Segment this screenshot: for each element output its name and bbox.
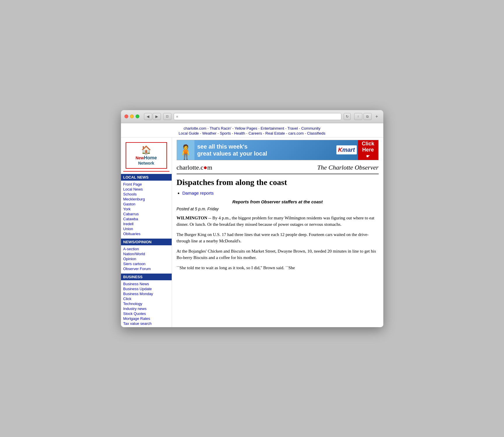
share-button[interactable]: ↑	[354, 113, 362, 120]
logo-text-network: Network	[138, 161, 154, 165]
sidebar-link-opinion[interactable]: Opinion	[121, 256, 172, 261]
sidebar-link-mecklenburg[interactable]: Mecklenburg	[121, 197, 172, 202]
sidebar-link-stock-quotes[interactable]: Stock Quotes	[121, 311, 172, 316]
sidebar-link-local-news[interactable]: Local News	[121, 187, 172, 192]
nav-link-cars[interactable]: cars.com	[288, 131, 304, 135]
tabs-button[interactable]: ⧉	[363, 113, 372, 120]
address-bar[interactable]: ≡	[174, 113, 341, 120]
sidebar-link-industry-news[interactable]: Industry news	[121, 306, 172, 311]
charlotte-observer-title: The Charlotte Observer	[317, 164, 378, 171]
forward-icon: ▶	[155, 114, 158, 119]
nav-link-community[interactable]: Community	[301, 126, 320, 131]
section-header-news-opinion: NEWS/OPINION	[121, 239, 172, 245]
kmart-logo: Kmart	[336, 145, 357, 154]
separator: -	[200, 131, 202, 135]
sidebar-link-nation-world[interactable]: Nation/World	[121, 251, 172, 256]
toolbar-buttons: ↑ ⧉	[354, 113, 372, 120]
logo-text-home: Home	[144, 155, 157, 160]
kmart-k: K	[338, 147, 342, 153]
article-link-list: Damage reports	[182, 191, 379, 196]
site-branding: charlotte.c●m The Charlotte Observer	[177, 163, 379, 174]
sidebar-link-observer-forum[interactable]: Observer Forum	[121, 266, 172, 271]
section-header-business: BUSINESS	[121, 274, 172, 280]
minimize-button[interactable]	[130, 114, 134, 118]
separator: -	[207, 126, 210, 131]
article-paragraph-1: WILMINGTON -- By 4 p.m., the biggest pro…	[177, 215, 379, 228]
tab-icon: ⊡	[166, 114, 168, 118]
logo-box: 🏠 NewHome Network	[126, 142, 167, 169]
nav-link-entertainment[interactable]: Entertainment	[261, 126, 284, 131]
tab-overview-button[interactable]: ⊡	[163, 113, 171, 120]
nav-link-careers[interactable]: Careers	[248, 131, 262, 135]
back-button[interactable]: ◀	[144, 113, 152, 120]
article-body: WILMINGTON -- By 4 p.m., the biggest pro…	[177, 215, 379, 271]
top-nav-line1: charlotte.com - That's Racin' - Yellow P…	[121, 126, 383, 131]
nav-link-charlotte[interactable]: charlotte.com	[184, 126, 206, 131]
sidebar-link-business-news[interactable]: Business News	[121, 281, 172, 286]
sidebar-link-business-update[interactable]: Business Update	[121, 286, 172, 291]
nav-link-racin[interactable]: That's Racin'	[210, 126, 231, 131]
sidebar-link-tax-value-search[interactable]: Tax value search	[121, 321, 172, 326]
sidebar-link-a-section[interactable]: A-section	[121, 246, 172, 251]
sidebar-link-catawba[interactable]: Catawba	[121, 216, 172, 221]
sidebar-link-schools[interactable]: Schools	[121, 192, 172, 197]
separator: -	[232, 126, 235, 131]
article-paragraph-3: At the Bojangles' Chicken and Biscuits o…	[177, 248, 379, 261]
menu-icon: ≡	[176, 115, 178, 118]
close-button[interactable]	[124, 114, 128, 118]
browser-window: ◀ ▶ ⊡ ≡ ↻ ↑ ⧉ +	[121, 110, 383, 327]
sidebar-link-click[interactable]: Click	[121, 296, 172, 301]
damage-reports-link[interactable]: Damage reports	[182, 191, 214, 195]
main-content: 🧍 see all this week's great values at yo…	[172, 138, 383, 327]
nav-link-real-estate[interactable]: Real Estate	[265, 131, 285, 135]
banner-cta[interactable]: ClickHere ☛	[358, 140, 378, 160]
news-opinion-links: A-section Nation/World Opinion Siers car…	[121, 245, 172, 272]
nav-link-yellow-pages[interactable]: Yellow Pages	[235, 126, 257, 131]
nav-link-health[interactable]: Health	[234, 131, 245, 135]
kmart-mart: mart	[342, 147, 355, 153]
forward-button[interactable]: ▶	[153, 113, 161, 120]
sidebar-link-union[interactable]: Union	[121, 226, 172, 231]
nav-link-local-guide[interactable]: Local Guide	[179, 131, 199, 135]
maximize-button[interactable]	[136, 114, 139, 118]
local-news-links: Front Page Local News Schools Mecklenbur…	[121, 181, 172, 237]
banner-advertisement[interactable]: 🧍 see all this week's great values at yo…	[177, 140, 379, 160]
sidebar-link-siers-cartoon[interactable]: Siers cartoon	[121, 261, 172, 266]
nav-buttons: ◀ ▶	[144, 113, 161, 120]
nav-link-weather[interactable]: Weather	[202, 131, 217, 135]
reload-button[interactable]: ↻	[344, 113, 351, 120]
logo-house-icon: 🏠	[129, 145, 164, 155]
banner-line2: great values at your local	[197, 150, 333, 157]
article-dateline: WILMINGTON	[177, 216, 208, 220]
charlotte-com-logo: charlotte.c●m	[177, 164, 213, 171]
sidebar-link-mortgage-rates[interactable]: Mortgage Rates	[121, 316, 172, 321]
sidebar-link-obituaries[interactable]: Obituaries	[121, 231, 172, 236]
sidebar-link-iredell[interactable]: Iredell	[121, 221, 172, 226]
nav-link-sports[interactable]: Sports	[220, 131, 231, 135]
sidebar-link-gaston[interactable]: Gaston	[121, 202, 172, 207]
sidebar-link-front-page[interactable]: Front Page	[121, 182, 172, 187]
banner-text: see all this week's great values at your…	[194, 143, 336, 157]
nav-link-travel[interactable]: Travel	[287, 126, 298, 131]
article-paragraph-4: ``She told me to wait as long as it took…	[177, 265, 379, 271]
sidebar-link-technology[interactable]: Technology	[121, 301, 172, 306]
logo-area: 🏠 NewHome Network	[123, 140, 169, 172]
tabs-icon: ⧉	[366, 114, 369, 119]
sidebar-link-business-monday[interactable]: Business Monday	[121, 291, 172, 296]
top-navigation: charlotte.com - That's Racin' - Yellow P…	[121, 123, 383, 138]
article-title: Dispatches from along the coast	[177, 178, 379, 187]
charlotte-dot: ●	[203, 164, 207, 171]
nav-link-classifieds[interactable]: Classifieds	[307, 131, 325, 135]
article-subhead: Reports from Observer staffers at the co…	[177, 199, 379, 204]
browser-content: charlotte.com - That's Racin' - Yellow P…	[121, 123, 383, 327]
new-tab-button[interactable]: +	[374, 113, 380, 120]
new-tab-icon: +	[375, 114, 378, 119]
business-links: Business News Business Update Business M…	[121, 280, 172, 327]
sidebar-link-cabarrus[interactable]: Cabarrus	[121, 212, 172, 216]
banner-cta-text: ClickHere	[361, 141, 375, 153]
article-paragraph-2: The Burger King on U.S. 17 had three lin…	[177, 231, 379, 244]
logo-text-new: New	[136, 156, 144, 160]
separator: -	[217, 131, 220, 135]
sidebar-link-york[interactable]: York	[121, 207, 172, 212]
left-sidebar: 🏠 NewHome Network LOCAL NEWS Front Page …	[121, 138, 172, 327]
